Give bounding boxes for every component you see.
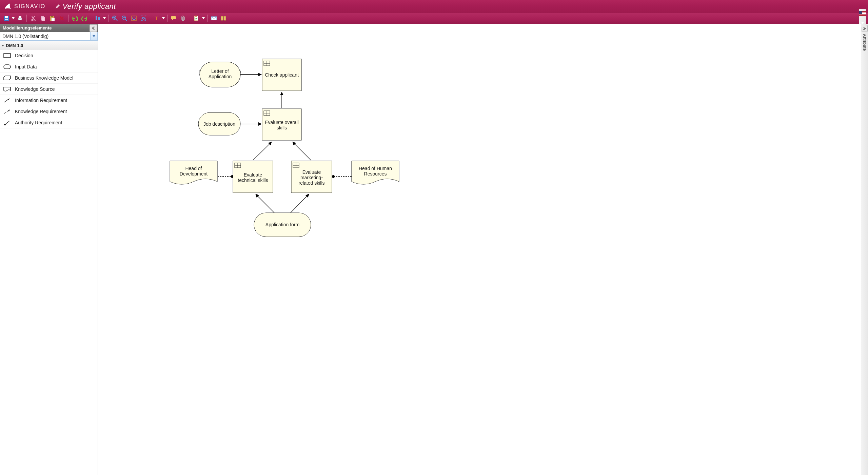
palette-item-bkm[interactable]: Business Knowledge Model bbox=[0, 73, 98, 84]
zoom-region-button[interactable] bbox=[139, 14, 148, 23]
delete-button[interactable] bbox=[57, 14, 66, 23]
align-menu-dropdown[interactable] bbox=[103, 14, 106, 23]
palette-item-knowledge-source[interactable]: Knowledge Source bbox=[0, 84, 98, 95]
edge-appform-to-mkt[interactable] bbox=[291, 194, 309, 213]
edge-appform-to-tech[interactable] bbox=[256, 194, 274, 213]
language-button[interactable] bbox=[858, 9, 867, 18]
node-decision-check[interactable]: Check applicant bbox=[262, 59, 301, 91]
language-dropdown[interactable] bbox=[861, 19, 864, 27]
svg-rect-4 bbox=[19, 16, 21, 18]
svg-line-16 bbox=[116, 19, 117, 21]
node-ks-hhr[interactable]: Head of Human Resources bbox=[352, 161, 399, 184]
share-button[interactable] bbox=[210, 14, 218, 23]
palette-item-label: Knowledge Source bbox=[15, 86, 55, 92]
svg-rect-14 bbox=[98, 17, 100, 20]
palette-item-label: Input Data bbox=[15, 64, 37, 69]
svg-rect-36 bbox=[4, 65, 11, 69]
check-menu-dropdown[interactable] bbox=[202, 14, 205, 23]
dictionary-button[interactable] bbox=[219, 14, 228, 23]
node-input-letter-labels: Letter of Application bbox=[200, 62, 240, 87]
collapse-left-panel-button[interactable] bbox=[90, 24, 97, 32]
undo-button[interactable] bbox=[71, 14, 79, 23]
edit-title-icon[interactable] bbox=[55, 4, 60, 9]
palette-item-authority-requirement[interactable]: Authority Requirement bbox=[0, 117, 98, 128]
attachments-button[interactable] bbox=[179, 14, 188, 23]
auth-req-icon bbox=[3, 120, 11, 125]
stencilset-selector-arrow[interactable] bbox=[90, 32, 97, 40]
svg-line-20 bbox=[125, 19, 127, 21]
svg-text:Application form: Application form bbox=[265, 222, 299, 227]
svg-text:Resources: Resources bbox=[364, 171, 387, 177]
svg-text:Job description: Job description bbox=[203, 121, 235, 127]
node-decision-tech[interactable]: Evaluate technical skills bbox=[233, 161, 273, 193]
zoom-in-button[interactable] bbox=[111, 14, 119, 23]
svg-text:Letter of: Letter of bbox=[211, 68, 229, 74]
palette-item-decision[interactable]: Decision bbox=[0, 50, 98, 61]
page-title[interactable]: Verify applicant bbox=[62, 2, 116, 11]
stencilset-selector-value: DMN 1.0 (Vollständig) bbox=[0, 34, 90, 39]
cut-button[interactable] bbox=[29, 14, 38, 23]
check-button[interactable] bbox=[192, 14, 201, 23]
svg-rect-35 bbox=[4, 54, 11, 58]
diagram-svg: Letter of Application Letter of Applicat… bbox=[98, 24, 505, 274]
palette-item-input-data[interactable]: Input Data bbox=[0, 61, 98, 73]
palette-item-knowledge-requirement[interactable]: Knowledge Requirement bbox=[0, 106, 98, 117]
toolbar: T bbox=[0, 13, 868, 24]
svg-rect-24 bbox=[141, 16, 146, 21]
knowledge-source-icon bbox=[3, 86, 11, 92]
collapse-group-icon: ▾ bbox=[2, 44, 4, 47]
text-format-dropdown[interactable] bbox=[162, 14, 165, 23]
svg-rect-2 bbox=[5, 19, 8, 20]
edge-tech-to-overall[interactable] bbox=[253, 142, 272, 160]
text-format-button[interactable]: T bbox=[152, 14, 161, 23]
comments-button[interactable] bbox=[170, 14, 178, 23]
right-panel-title[interactable]: Attribute bbox=[862, 34, 867, 51]
svg-point-23 bbox=[133, 17, 135, 20]
svg-rect-22 bbox=[132, 16, 136, 21]
zoom-fit-button[interactable] bbox=[130, 14, 138, 23]
node-decision-overall[interactable]: Evaluate overall skills bbox=[262, 109, 301, 140]
palette-item-label: Knowledge Requirement bbox=[15, 109, 67, 114]
svg-rect-5 bbox=[19, 19, 21, 20]
brand-logo-icon bbox=[3, 2, 12, 11]
svg-text:Evaluate: Evaluate bbox=[302, 169, 321, 175]
redo-button[interactable] bbox=[80, 14, 89, 23]
save-button[interactable] bbox=[2, 14, 11, 23]
know-req-icon bbox=[3, 109, 11, 114]
svg-rect-12 bbox=[52, 18, 55, 21]
edge-mkt-to-overall[interactable] bbox=[293, 142, 311, 160]
palette-item-information-requirement[interactable]: Information Requirement bbox=[0, 95, 98, 106]
node-input-jobdesc[interactable]: Job description bbox=[198, 112, 240, 135]
node-input-appform[interactable]: Application form bbox=[254, 213, 311, 237]
svg-rect-13 bbox=[96, 16, 97, 20]
app-header: SIGNAVIO Verify applicant bbox=[0, 0, 868, 13]
decision-icon bbox=[3, 53, 11, 58]
node-decision-mkt[interactable]: Evaluate marketing- related skills bbox=[291, 161, 332, 193]
brand-name: SIGNAVIO bbox=[14, 3, 45, 9]
palette-group-header[interactable]: ▾ DMN 1.0 bbox=[0, 41, 98, 50]
node-ks-hdev[interactable]: Head of Development bbox=[170, 161, 217, 184]
palette: Decision Input Data Business Knowledge M… bbox=[0, 50, 98, 475]
paste-button[interactable] bbox=[48, 14, 57, 23]
svg-rect-34 bbox=[859, 11, 862, 14]
left-panel-title-text: Modellierungselemente bbox=[3, 25, 52, 30]
zoom-out-button[interactable] bbox=[120, 14, 129, 23]
save-menu-dropdown[interactable] bbox=[12, 14, 15, 23]
svg-rect-1 bbox=[5, 16, 8, 18]
svg-text:related skills: related skills bbox=[298, 180, 324, 186]
svg-text:Development: Development bbox=[180, 171, 208, 177]
align-button[interactable] bbox=[93, 14, 102, 23]
edge-hhr-to-mkt-end bbox=[332, 175, 335, 178]
svg-text:Evaluate: Evaluate bbox=[244, 172, 262, 178]
svg-text:Check applicant: Check applicant bbox=[265, 72, 299, 78]
workspace: Modellierungselemente DMN 1.0 (Vollständ… bbox=[0, 24, 868, 475]
print-button[interactable] bbox=[16, 14, 24, 23]
shape-repository-panel: Modellierungselemente DMN 1.0 (Vollständ… bbox=[0, 24, 98, 475]
stencilset-selector[interactable]: DMN 1.0 (Vollständig) bbox=[0, 32, 98, 41]
svg-text:skills: skills bbox=[277, 125, 287, 130]
copy-button[interactable] bbox=[38, 14, 47, 23]
svg-rect-33 bbox=[859, 15, 866, 15]
canvas[interactable]: 0 bbox=[98, 24, 861, 475]
svg-text:Evaluate overall: Evaluate overall bbox=[265, 120, 299, 125]
brand: SIGNAVIO bbox=[3, 2, 45, 11]
